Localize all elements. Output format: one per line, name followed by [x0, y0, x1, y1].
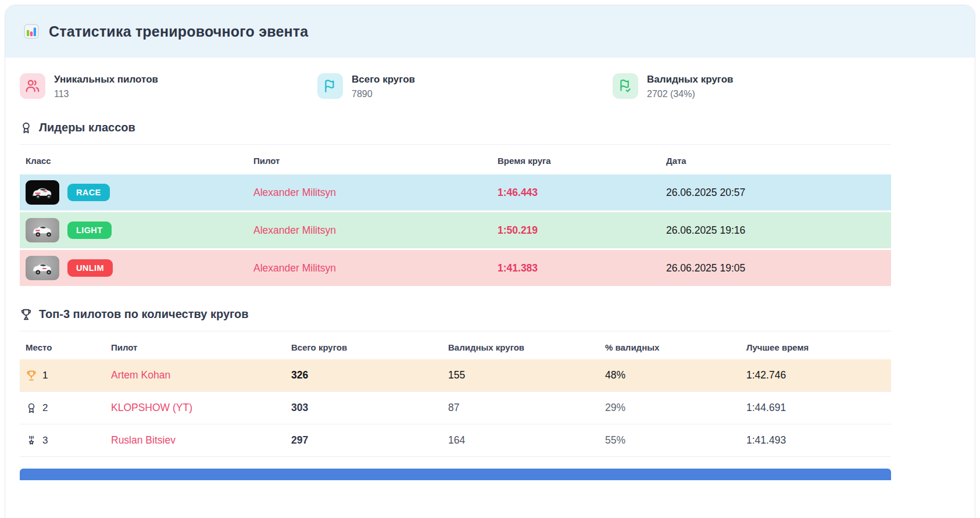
- stat-value: 113: [54, 89, 158, 99]
- valid-laps: 87: [448, 402, 605, 414]
- total-laps: 297: [291, 434, 448, 446]
- section-title: Лидеры классов: [39, 121, 135, 134]
- lap-time: 1:41.383: [498, 262, 666, 274]
- column-header-date: Дата: [666, 156, 891, 166]
- stat-label: Всего кругов: [352, 73, 415, 85]
- best-time: 1:44.691: [746, 402, 891, 414]
- place-number: 1: [42, 370, 48, 381]
- valid-laps: 155: [448, 369, 605, 381]
- class-cell: UNLIM: [26, 256, 253, 280]
- column-header-class: Класс: [26, 156, 253, 166]
- flag-check-icon: [613, 73, 638, 99]
- pilot-link[interactable]: KLOPSHOW (YT): [111, 402, 291, 414]
- best-time: 1:41.493: [746, 434, 891, 446]
- pilot-link[interactable]: Ruslan Bitsiev: [111, 434, 291, 446]
- car-thumbnail: [26, 256, 59, 280]
- lap-time: 1:50.219: [498, 224, 666, 237]
- trophy-icon: [26, 370, 37, 381]
- column-header-pilot: Пилот: [111, 342, 291, 352]
- table-row-unlim: UNLIM Alexander Militsyn 1:41.383 26.06.…: [20, 250, 891, 286]
- stat-value: 2702 (34%): [647, 89, 734, 99]
- total-laps: 326: [291, 369, 448, 381]
- class-cell: LIGHT: [26, 218, 253, 242]
- stat-text: Всего кругов 7890: [352, 73, 415, 99]
- valid-percent: 48%: [605, 369, 746, 381]
- lap-date: 26.06.2025 20:57: [666, 187, 891, 199]
- class-cell: RACE: [26, 180, 253, 205]
- medal-icon: [26, 435, 37, 446]
- car-thumbnail: [26, 218, 59, 242]
- stat-value: 7890: [352, 89, 415, 99]
- section-top-pilots: Топ-3 пилотов по количеству кругов: [20, 308, 891, 321]
- section-class-leaders: Лидеры классов: [20, 121, 891, 134]
- pilot-link[interactable]: Artem Kohan: [111, 369, 291, 381]
- stat-label: Валидных кругов: [647, 73, 734, 85]
- table-row-race: RACE Alexander Militsyn 1:46.443 26.06.2…: [20, 174, 891, 210]
- class-badge: UNLIM: [67, 259, 113, 277]
- award-icon: [26, 402, 37, 414]
- users-icon: [20, 73, 45, 99]
- column-header-valid-pct: % валидных: [605, 342, 746, 352]
- car-thumbnail: [26, 180, 59, 205]
- table-row-place-3: 3 Ruslan Bitsiev 297 164 55% 1:41.493: [20, 424, 891, 457]
- best-time: 1:42.746: [746, 369, 891, 381]
- pilot-link[interactable]: Alexander Militsyn: [253, 262, 498, 274]
- table-row-place-2: 2 KLOPSHOW (YT) 303 87 29% 1:44.691: [20, 392, 891, 424]
- place-cell: 3: [26, 435, 111, 446]
- place-cell: 1: [26, 370, 111, 381]
- top-pilots-table-header: Место Пилот Всего кругов Валидных кругов…: [20, 331, 891, 359]
- place-cell: 2: [26, 402, 111, 414]
- class-badge: RACE: [67, 184, 110, 201]
- class-badge: LIGHT: [67, 222, 112, 239]
- column-header-place: Место: [26, 342, 111, 352]
- lap-date: 26.06.2025 19:16: [666, 224, 891, 237]
- place-number: 3: [42, 435, 48, 446]
- stat-label: Уникальных пилотов: [54, 73, 158, 85]
- flag-icon: [317, 73, 343, 99]
- stat-text: Валидных кругов 2702 (34%): [647, 73, 734, 99]
- column-header-valid-laps: Валидных кругов: [448, 342, 605, 352]
- column-header-lap-time: Время круга: [498, 156, 666, 166]
- section-title: Топ-3 пилотов по количеству кругов: [39, 308, 249, 321]
- stat-total-laps: Всего кругов 7890: [317, 73, 613, 99]
- page-title: Статистика тренировочного эвента: [49, 23, 308, 40]
- panel-header: Статистика тренировочного эвента: [5, 5, 975, 58]
- stat-unique-pilots: Уникальных пилотов 113: [20, 73, 317, 99]
- stats-row: Уникальных пилотов 113 Всего кругов 7890: [20, 73, 891, 99]
- award-icon: [20, 122, 33, 134]
- total-laps: 303: [291, 402, 448, 414]
- table-row-place-1: 1 Artem Kohan 326 155 48% 1:42.746: [20, 359, 891, 392]
- next-section-header-bar: [20, 469, 891, 480]
- stats-panel: Статистика тренировочного эвента Уникаль…: [5, 5, 975, 518]
- valid-percent: 55%: [605, 434, 746, 446]
- stat-text: Уникальных пилотов 113: [54, 73, 158, 99]
- valid-percent: 29%: [605, 402, 746, 414]
- place-number: 2: [42, 402, 48, 414]
- valid-laps: 164: [448, 434, 605, 446]
- column-header-pilot: Пилот: [253, 156, 498, 166]
- class-leaders-table-header: Класс Пилот Время круга Дата: [20, 145, 891, 173]
- pilot-link[interactable]: Alexander Militsyn: [253, 187, 498, 199]
- lap-date: 26.06.2025 19:05: [666, 262, 891, 274]
- bar-chart-icon: [23, 23, 40, 40]
- table-row-light: LIGHT Alexander Militsyn 1:50.219 26.06.…: [20, 212, 891, 248]
- trophy-icon: [20, 308, 33, 321]
- stat-valid-laps: Валидных кругов 2702 (34%): [613, 73, 734, 99]
- column-header-total-laps: Всего кругов: [291, 342, 448, 352]
- column-header-best-time: Лучшее время: [746, 342, 891, 352]
- lap-time: 1:46.443: [498, 187, 666, 199]
- pilot-link[interactable]: Alexander Militsyn: [253, 224, 498, 237]
